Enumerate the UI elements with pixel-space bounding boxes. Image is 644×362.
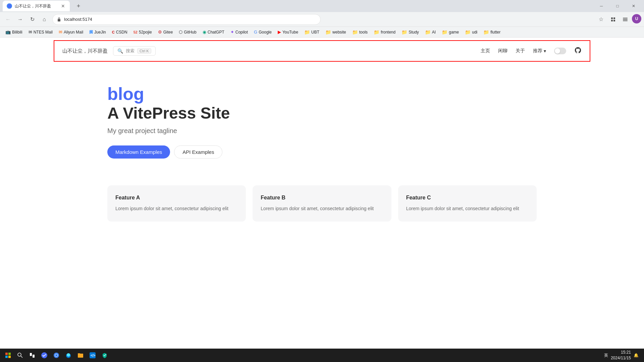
- address-bar[interactable]: localhost:5174: [52, 14, 321, 25]
- bookmark-chatgpt[interactable]: ◉ ChatGPT: [200, 29, 227, 35]
- hero-blog-label: blog: [107, 84, 644, 104]
- taskbar: </> 英 15:21 2024/11/15 🔔: [0, 349, 644, 362]
- nav-home[interactable]: 主页: [481, 48, 490, 54]
- taskbar-lang: 英: [604, 353, 608, 358]
- bookmark-study-label: Study: [409, 30, 419, 35]
- search-box[interactable]: 🔍 搜索 Ctrl K: [113, 46, 156, 56]
- edge-taskbar-icon[interactable]: [63, 350, 74, 361]
- bookmark-game[interactable]: 📁 game: [439, 29, 462, 36]
- bookmark-ubt[interactable]: 📁 UBT: [302, 29, 322, 36]
- bookmark-frontend[interactable]: 📁 frontend: [371, 29, 398, 36]
- bookmark-bilibili[interactable]: 📺 Bilibili: [3, 29, 25, 35]
- hero-section: blog A VitePress Site My great project t…: [0, 64, 644, 172]
- bookmark-ntes-mail-label: NTES Mail: [34, 30, 53, 35]
- bookmark-csdn[interactable]: C CSDN: [109, 29, 130, 35]
- bookmark-github-label: GitHub: [184, 30, 196, 35]
- nav-recommend-dropdown[interactable]: 推荐 ▾: [533, 48, 546, 54]
- bookmark-ntes-mail[interactable]: ✉ NTES Mail: [26, 29, 55, 35]
- bookmark-youtube-label: YouTube: [282, 30, 298, 35]
- github-icon[interactable]: [574, 47, 582, 56]
- site-header: 山不让尘，川不辞盈 🔍 搜索 Ctrl K 主页 闲聊 关于 推荐 ▾: [54, 40, 590, 62]
- notification-icon[interactable]: 🔔: [634, 353, 639, 358]
- feature-card-b: Feature B Lorem ipsum dolor sit amet, co…: [253, 185, 391, 222]
- maximize-button[interactable]: □: [610, 1, 625, 11]
- bookmark-copilot[interactable]: ✦ Copilot: [228, 29, 251, 35]
- taskbar-right: 英 15:21 2024/11/15 🔔: [604, 350, 641, 361]
- bookmark-gitee[interactable]: ⚙ Gitee: [155, 29, 176, 35]
- bookmark-website[interactable]: 📁 website: [323, 29, 349, 36]
- search-shortcut-badge: Ctrl K: [137, 48, 151, 54]
- svg-point-20: [55, 354, 57, 356]
- profile-avatar[interactable]: U: [632, 14, 641, 23]
- reload-button[interactable]: ↻: [27, 14, 38, 25]
- browser-tab[interactable]: 山不让尘，川不辞盈 ✕: [3, 1, 70, 11]
- bookmark-52pojie[interactable]: 52 52pojie: [131, 29, 155, 35]
- extensions-icon[interactable]: [608, 14, 619, 25]
- svg-rect-6: [623, 18, 628, 18]
- title-bar: 山不让尘，川不辞盈 ✕ + ─ □ ✕: [0, 0, 644, 12]
- svg-rect-7: [623, 19, 628, 20]
- svg-rect-8: [623, 20, 628, 21]
- search-icon: 🔍: [117, 48, 123, 54]
- lock-icon: [57, 17, 61, 22]
- svg-rect-15: [30, 353, 32, 356]
- dark-mode-toggle[interactable]: [554, 48, 566, 54]
- ticktick-icon[interactable]: [39, 350, 50, 361]
- bookmark-udi[interactable]: 📁 udi: [462, 29, 480, 36]
- browser-toolbar: ← → ↻ ⌂ localhost:5174 ☆ U: [0, 12, 644, 27]
- back-button[interactable]: ←: [3, 14, 13, 25]
- bookmark-study[interactable]: 📁 Study: [399, 29, 422, 36]
- forward-button[interactable]: →: [15, 14, 25, 25]
- search-placeholder-text: 搜索: [126, 48, 135, 54]
- markdown-examples-button[interactable]: Markdown Examples: [107, 145, 170, 159]
- feature-card-c: Feature C Lorem ipsum dolor sit amet, co…: [398, 185, 537, 222]
- bookmark-bilibili-label: Bilibili: [12, 30, 22, 35]
- bookmark-ai[interactable]: 📁 AI: [422, 29, 438, 36]
- file-explorer-icon[interactable]: [75, 350, 86, 361]
- bookmark-github[interactable]: ⬡ GitHub: [176, 29, 199, 35]
- taskbar-clock: 15:21 2024/11/15: [611, 350, 631, 361]
- toggle-knob: [555, 48, 560, 54]
- chrome-taskbar-icon[interactable]: [51, 350, 62, 361]
- feature-c-title: Feature C: [406, 195, 529, 201]
- task-view-icon[interactable]: [27, 350, 38, 361]
- toolbar-actions: ☆ U: [596, 14, 641, 25]
- feature-c-desc: Lorem ipsum dolor sit amet, consectetur …: [406, 205, 529, 212]
- bookmark-aliyun-mail[interactable]: ✉ Aliyun Mail: [56, 29, 86, 35]
- tab-close-button[interactable]: ✕: [60, 3, 66, 9]
- api-examples-button[interactable]: API Examples: [174, 145, 222, 159]
- features-section: Feature A Lorem ipsum dolor sit amet, co…: [0, 172, 644, 222]
- svg-point-22: [67, 353, 70, 357]
- vscode-icon[interactable]: </>: [87, 350, 98, 361]
- svg-rect-16: [33, 355, 35, 358]
- bookmark-youtube[interactable]: ▶ YouTube: [275, 29, 301, 35]
- bookmark-tools-label: tools: [359, 30, 368, 35]
- bookmark-aliyun-mail-label: Aliyun Mail: [64, 30, 83, 35]
- tab-favicon: [7, 3, 12, 9]
- hero-title: A VitePress Site: [107, 104, 644, 123]
- site-logo: 山不让尘，川不辞盈: [62, 48, 108, 54]
- url-text: localhost:5174: [64, 17, 316, 22]
- nav-chat[interactable]: 闲聊: [498, 48, 507, 54]
- svg-line-14: [21, 356, 22, 358]
- bookmark-juejin[interactable]: 掘 JueJin: [87, 29, 109, 35]
- start-menu-icon[interactable]: [3, 350, 13, 361]
- bookmark-google[interactable]: G Google: [251, 29, 274, 35]
- cognitiive-icon[interactable]: [620, 14, 631, 25]
- svg-point-0: [8, 4, 11, 8]
- bookmark-star-icon[interactable]: ☆: [596, 14, 606, 25]
- nav-about[interactable]: 关于: [516, 48, 525, 54]
- defender-icon[interactable]: [99, 350, 110, 361]
- folder-icon-udi: 📁: [465, 29, 471, 35]
- minimize-button[interactable]: ─: [594, 1, 609, 11]
- new-tab-button[interactable]: +: [74, 1, 83, 11]
- close-window-button[interactable]: ✕: [626, 1, 641, 11]
- bookmark-tools[interactable]: 📁 tools: [350, 29, 370, 36]
- taskbar-date-display: 2024/11/15: [611, 355, 631, 361]
- home-button[interactable]: ⌂: [39, 14, 50, 25]
- svg-point-13: [18, 353, 21, 356]
- bookmark-flutter[interactable]: 📁 flutter: [481, 29, 503, 36]
- site-nav: 主页 闲聊 关于 推荐 ▾: [481, 47, 582, 56]
- feature-a-desc: Lorem ipsum dolor sit amet, consectetur …: [115, 205, 238, 212]
- search-taskbar-icon[interactable]: [15, 350, 25, 361]
